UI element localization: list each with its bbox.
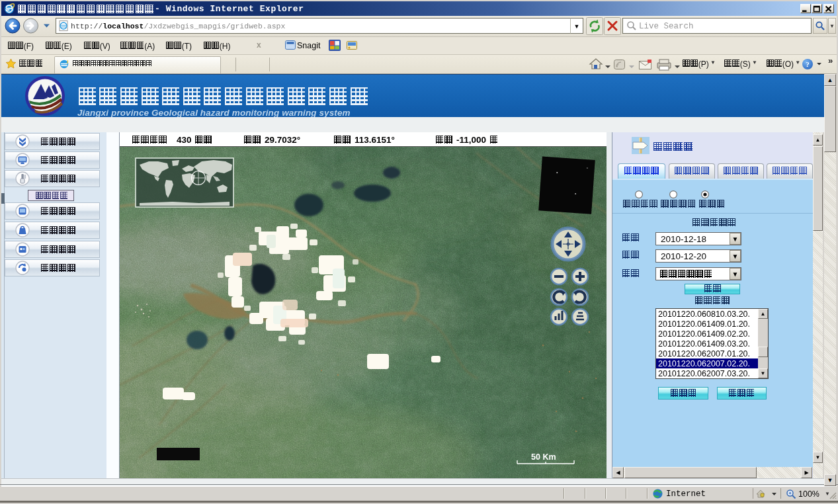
svg-text:?: ?	[806, 60, 810, 68]
svg-text:50 Km: 50 Km	[531, 452, 556, 462]
